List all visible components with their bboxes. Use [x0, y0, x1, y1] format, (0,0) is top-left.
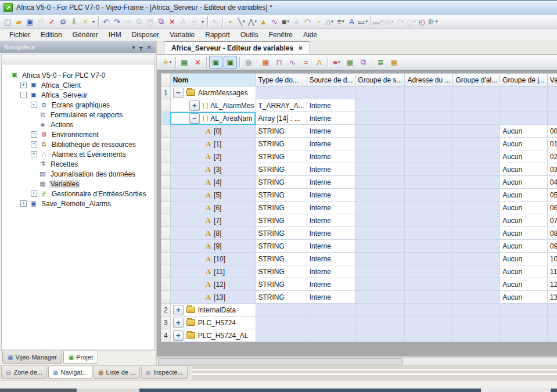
row-number-cell[interactable]: [161, 99, 171, 112]
text-display-button[interactable]: A: [313, 56, 325, 68]
cell-jgroup[interactable]: Aucun: [500, 240, 548, 253]
cell-sgroup[interactable]: [355, 202, 405, 214]
bibliotheque-ressources-expander[interactable]: +: [31, 141, 37, 148]
tree-item-bibliotheque-ressources[interactable]: +⧉Bibliothèque de ressources: [2, 139, 154, 149]
menu-outils[interactable]: Outils: [236, 30, 263, 39]
row-number-cell[interactable]: [161, 278, 171, 291]
cell-source[interactable]: Interne: [307, 176, 355, 189]
tree-view-button[interactable]: ≣: [375, 56, 387, 68]
menu-ihm[interactable]: IHM: [104, 30, 126, 39]
cell-sgroup[interactable]: [355, 265, 405, 278]
cell-agroup[interactable]: [453, 317, 500, 329]
menu-disposer[interactable]: Disposer: [127, 30, 164, 39]
column-header-4[interactable]: Adresse du ...: [405, 74, 453, 87]
cell-source[interactable]: Interne: [307, 112, 355, 125]
rectangle-tool-dropdown-icon[interactable]: ▾: [287, 19, 289, 24]
row-expander[interactable]: +: [173, 318, 184, 328]
auto-hide-pin-icon[interactable]: ┳: [139, 44, 143, 51]
cell-type[interactable]: STRING: [256, 202, 307, 214]
cell-agroup[interactable]: [453, 112, 500, 125]
cell-sgroup[interactable]: [355, 138, 405, 150]
cell-type[interactable]: STRING: [256, 278, 307, 291]
cell-init[interactable]: 12-LC MO: [547, 278, 557, 291]
freeform-tool-dropdown-icon[interactable]: ▾: [331, 19, 333, 24]
cell-nom[interactable]: A[9]: [170, 240, 256, 253]
cell-source[interactable]: Interne: [307, 214, 355, 227]
cell-init[interactable]: 09-TECH W: [547, 240, 557, 253]
cell-source[interactable]: Interne: [307, 99, 355, 112]
navigator-titlebar[interactable]: Navigateur ▾┳✕: [0, 41, 156, 53]
open-folder-button[interactable]: ▰: [13, 16, 24, 27]
row-number-cell[interactable]: [161, 253, 171, 265]
cell-agroup[interactable]: [453, 329, 500, 342]
menu-fichier[interactable]: Fichier: [5, 30, 35, 39]
cell-init[interactable]: [547, 317, 557, 329]
cell-agroup[interactable]: [453, 163, 500, 176]
scrollbar-thumb[interactable]: [158, 358, 403, 365]
cell-addr[interactable]: [405, 317, 453, 329]
cell-jgroup[interactable]: [500, 112, 548, 125]
column-header-5[interactable]: Groupe d'al...: [453, 74, 500, 87]
cell-jgroup[interactable]: Aucun: [500, 265, 548, 278]
menu-rapport[interactable]: Rapport: [200, 30, 235, 39]
nav-tab-projet[interactable]: ▣Projet: [63, 351, 98, 364]
cell-sgroup[interactable]: [355, 189, 405, 202]
cell-type[interactable]: Array [14] : ...: [256, 112, 307, 125]
row-number-cell[interactable]: [161, 138, 171, 150]
cell-sgroup[interactable]: [355, 87, 405, 99]
cross-reference-button[interactable]: ⧉: [357, 56, 369, 68]
cell-addr[interactable]: [405, 87, 453, 99]
new-variable-dropdown-icon[interactable]: ▾: [170, 60, 172, 64]
dock-tab-zone-de-travail[interactable]: ▤Zone de...: [1, 366, 47, 379]
africa-serveur-expander[interactable]: −: [20, 92, 27, 98]
cell-source[interactable]: Interne: [307, 278, 355, 291]
cell-nom[interactable]: +[ ]AL_AlarmMes: [170, 99, 256, 112]
cell-addr[interactable]: [405, 253, 453, 265]
cell-addr[interactable]: [405, 150, 453, 163]
cell-type[interactable]: [256, 317, 307, 329]
row-expander[interactable]: −: [189, 113, 200, 124]
menu-edition[interactable]: Edition: [36, 30, 67, 39]
africa-client-expander[interactable]: +: [20, 82, 27, 88]
cell-nom[interactable]: A[3]: [170, 163, 256, 176]
row-number-cell[interactable]: 3: [161, 317, 171, 329]
cell-type[interactable]: STRING: [256, 138, 307, 150]
nav-tab-vijeo-manager[interactable]: ▣Vijeo-Manager: [2, 351, 62, 364]
cell-jgroup[interactable]: [500, 87, 548, 99]
cell-init[interactable]: [547, 112, 557, 125]
cell-type[interactable]: STRING: [256, 253, 307, 265]
cell-addr[interactable]: [405, 176, 453, 189]
validate-document-button[interactable]: ✓: [46, 16, 58, 27]
gauge-tool-button[interactable]: ◴: [416, 16, 427, 27]
cell-agroup[interactable]: [453, 138, 500, 150]
cell-source[interactable]: Interne: [307, 138, 355, 150]
ellipse-tool-button[interactable]: ○: [291, 16, 302, 27]
curve-tool-button[interactable]: ∿: [269, 16, 280, 27]
cell-sgroup[interactable]: [355, 291, 405, 304]
cell-agroup[interactable]: [453, 202, 500, 214]
polygon-tool-button[interactable]: ▲: [258, 16, 269, 27]
horizontal-scrollbar[interactable]: [157, 357, 557, 365]
cell-nom[interactable]: A[1]: [170, 138, 256, 150]
cell-agroup[interactable]: [453, 87, 500, 99]
line-tool-button[interactable]: ╲▾: [236, 16, 247, 27]
cell-addr[interactable]: [405, 291, 453, 304]
cell-addr[interactable]: [405, 265, 453, 278]
cell-init[interactable]: 00-SYSTEM: [547, 125, 557, 138]
row-number-cell[interactable]: [161, 265, 171, 278]
cell-jgroup[interactable]: Aucun: [500, 138, 548, 150]
cell-sgroup[interactable]: [355, 150, 405, 163]
undo-button[interactable]: ↶: [100, 16, 112, 27]
cell-agroup[interactable]: [453, 240, 500, 253]
arc-tool-button[interactable]: ◠: [302, 16, 313, 27]
cell-sgroup[interactable]: [355, 317, 405, 329]
cell-type[interactable]: [256, 87, 307, 99]
cell-addr[interactable]: [405, 304, 453, 317]
column-header-3[interactable]: Groupe de s...: [355, 74, 405, 87]
cell-source[interactable]: Interne: [307, 189, 355, 202]
tree-item-ecrans-graphiques[interactable]: +⧉Ecrans graphiques: [2, 100, 154, 110]
column-header-nom[interactable]: Nom: [170, 74, 256, 87]
cell-source[interactable]: [307, 87, 355, 99]
cell-sgroup[interactable]: [355, 99, 405, 112]
cell-init[interactable]: [547, 329, 557, 342]
